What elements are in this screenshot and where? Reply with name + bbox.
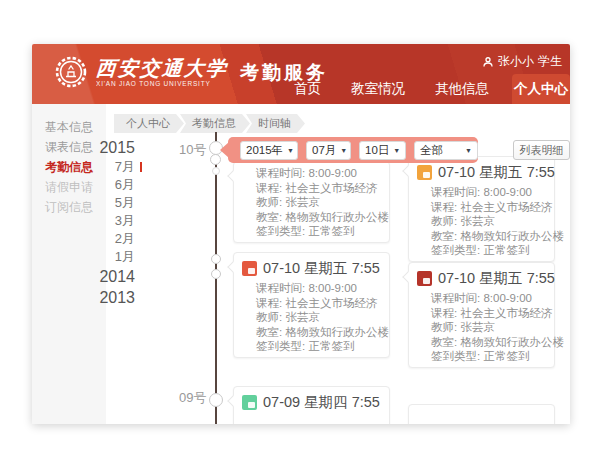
card-field-classroom: 教室: 格物致知行政办公楼 [431,229,546,244]
card-field-course-time: 课程时间: 8:00-9:00 [256,166,381,181]
timeline-entry-may[interactable]: 5月 [72,194,135,212]
timeline-entry-july-selected[interactable]: 7月 [72,158,135,176]
timeline-node [211,254,221,264]
caret-down-icon: ▼ [465,147,472,154]
calendar-green-icon [242,395,257,410]
card-field-course: 课程: 社会主义市场经济 [256,181,381,196]
list-detail-button[interactable]: 列表明细 [513,140,570,160]
month-dropdown[interactable]: 07月 ▼ [306,141,351,160]
type-dropdown[interactable]: 全部 ▼ [414,141,478,160]
card-field-signin-type: 签到类型: 正常签到 [256,224,381,239]
user-info[interactable]: 张小小 学生 [482,53,562,70]
filter-bar-arrow [220,142,229,158]
card-field-teacher: 教师: 张芸京 [256,195,381,210]
nav-item-classrooms[interactable]: 教室情况 [336,74,420,104]
card-field-course-time: 课程时间: 8:00-9:00 [431,185,546,200]
timeline-node [211,269,221,279]
nav-item-personal-center-active[interactable]: 个人中心 [512,74,570,104]
sidebar-item-basic-info[interactable]: 基本信息 [32,117,106,137]
page: 西安交通大学 XI'AN JIAO TONG UNIVERSITY 考勤服务 张… [0,0,600,450]
university-name-en: XI'AN JIAO TONG UNIVERSITY [96,80,228,87]
nav-item-other-info[interactable]: 其他信息 [420,74,504,104]
card-field-teacher: 教师: 张芸京 [256,310,381,325]
attendance-card[interactable]: 07-10 星期五 7:55 课程时间: 8:00-9:00 课程: 社会主义市… [408,156,555,262]
card-field-classroom: 教室: 格物致知行政办公楼 [256,325,381,340]
card-field-course: 课程: 社会主义市场经济 [431,200,546,215]
card-field-course: 课程: 社会主义市场经济 [256,296,381,311]
timeline-day-label-09: 09号 [179,389,206,407]
main-nav: 首页 教室情况 其他信息 个人中心 [279,74,570,104]
caret-down-icon: ▼ [340,147,347,154]
university-gear-logo-icon [54,55,88,89]
day-dropdown[interactable]: 10日 ▼ [359,141,406,160]
card-title: 07-10 星期五 7:55 [438,269,555,288]
timeline-entry-2015[interactable]: 2015 [72,137,135,158]
caret-down-icon: ▼ [393,147,400,154]
user-name: 张小小 [498,53,534,70]
filter-bar: 2015年 ▼ 07月 ▼ 10日 ▼ 全部 ▼ [228,137,478,163]
card-title: 07-09 星期四 7:55 [263,393,380,412]
university-name: 西安交通大学 XI'AN JIAO TONG UNIVERSITY [96,58,228,87]
card-field-course-time: 课程时间: 8:00-9:00 [431,291,546,306]
stamp-dark-red-icon [417,271,432,286]
card-title: 07-10 星期五 7:55 [263,259,380,278]
attendance-card[interactable]: 课程时间: 8:00-9:00 课程: 社会主义市场经济 教师: 张芸京 教室:… [233,161,390,243]
nav-item-home[interactable]: 首页 [279,74,336,104]
timeline-entry-january[interactable]: 1月 [72,248,135,266]
user-icon [482,56,494,68]
header-banner: 西安交通大学 XI'AN JIAO TONG UNIVERSITY 考勤服务 张… [32,44,570,104]
card-field-teacher: 教师: 张芸京 [431,214,546,229]
breadcrumb-attendance-info[interactable]: 考勤信息 [180,114,250,133]
card-field-signin-type: 签到类型: 正常签到 [256,339,381,354]
selected-month-marker [140,162,142,172]
breadcrumb: 个人中心 考勤信息 时间轴 [114,114,305,133]
card-field-signin-type: 签到类型: 正常签到 [431,243,546,258]
calendar-red-icon [242,261,257,276]
breadcrumb-personal-center[interactable]: 个人中心 [114,114,184,133]
year-dropdown[interactable]: 2015年 ▼ [240,141,298,160]
university-name-cn: 西安交通大学 [95,58,228,78]
card-title: 07-10 星期五 7:55 [438,163,555,182]
timeline-year-list: 2015 7月 6月 5月 3月 2月 1月 2014 2013 [72,137,135,308]
app-window: 西安交通大学 XI'AN JIAO TONG UNIVERSITY 考勤服务 张… [32,44,570,424]
content-area: 基本信息 课表信息 考勤信息 请假申请 订阅信息 个人中心 考勤信息 时间轴 2… [32,104,570,424]
card-field-course-time: 课程时间: 8:00-9:00 [256,281,381,296]
timeline-entry-june[interactable]: 6月 [72,176,135,194]
timeline-entry-2014[interactable]: 2014 [72,266,135,287]
attendance-card[interactable] [408,404,555,424]
attendance-card[interactable]: 07-09 星期四 7:55 [233,386,390,424]
timeline-day-label-10: 10号 [179,141,206,159]
card-field-classroom: 教室: 格物致知行政办公楼 [431,335,546,350]
timeline-entry-2013[interactable]: 2013 [72,287,135,308]
user-role: 学生 [538,53,562,70]
timeline-node [209,393,223,407]
card-field-teacher: 教师: 张芸京 [431,320,546,335]
timeline-entry-february[interactable]: 2月 [72,230,135,248]
card-field-classroom: 教室: 格物致知行政办公楼 [256,210,381,225]
attendance-card[interactable]: 07-10 星期五 7:55 课程时间: 8:00-9:00 课程: 社会主义市… [408,262,555,368]
timeline-node [212,167,220,175]
calendar-orange-icon [417,165,432,180]
card-field-course: 课程: 社会主义市场经济 [431,306,546,321]
timeline-entry-march[interactable]: 3月 [72,212,135,230]
breadcrumb-timeline[interactable]: 时间轴 [246,114,305,133]
attendance-card[interactable]: 07-10 星期五 7:55 课程时间: 8:00-9:00 课程: 社会主义市… [233,252,390,358]
card-field-signin-type: 签到类型: 正常签到 [431,349,546,364]
caret-down-icon: ▼ [287,147,294,154]
